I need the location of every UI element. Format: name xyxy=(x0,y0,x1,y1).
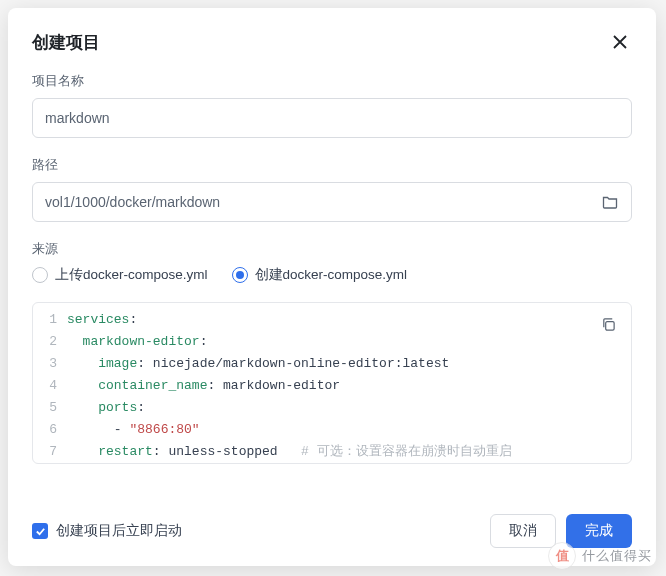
code-line: 6 - "8866:80" xyxy=(33,419,631,441)
footer-actions: 取消 完成 xyxy=(490,514,632,548)
code-line: 3 image: nicejade/markdown-online-editor… xyxy=(33,353,631,375)
radio-create-compose[interactable]: 创建docker-compose.yml xyxy=(232,266,408,284)
copy-button[interactable] xyxy=(595,311,621,337)
source-group: 来源 上传docker-compose.yml 创建docker-compose… xyxy=(32,240,632,284)
code-line: 7 restart: unless-stopped # 可选：设置容器在崩溃时自… xyxy=(33,441,631,463)
path-group: 路径 xyxy=(32,156,632,222)
source-label: 来源 xyxy=(32,240,632,258)
radio-unchecked-icon xyxy=(32,267,48,283)
modal-header: 创建项目 xyxy=(32,30,632,54)
code-line: 1services: xyxy=(33,309,631,331)
cancel-button[interactable]: 取消 xyxy=(490,514,556,548)
copy-icon xyxy=(601,317,616,332)
compose-editor[interactable]: 1services: 2 markdown-editor: 3 image: n… xyxy=(32,302,632,464)
close-icon xyxy=(613,35,627,49)
code-line: 2 markdown-editor: xyxy=(33,331,631,353)
project-name-input[interactable] xyxy=(32,98,632,138)
checkbox-label: 创建项目后立即启动 xyxy=(56,522,182,540)
radio-create-label: 创建docker-compose.yml xyxy=(255,266,408,284)
start-after-create-checkbox[interactable]: 创建项目后立即启动 xyxy=(32,522,182,540)
folder-icon xyxy=(602,194,618,210)
radio-upload-compose[interactable]: 上传docker-compose.yml xyxy=(32,266,208,284)
browse-folder-button[interactable] xyxy=(596,188,624,216)
checkbox-checked-icon xyxy=(32,523,48,539)
project-name-group: 项目名称 xyxy=(32,72,632,138)
path-label: 路径 xyxy=(32,156,632,174)
code-line: 5 ports: xyxy=(33,397,631,419)
radio-checked-icon xyxy=(232,267,248,283)
code-line: 4 container_name: markdown-editor xyxy=(33,375,631,397)
close-button[interactable] xyxy=(608,30,632,54)
modal-footer: 创建项目后立即启动 取消 完成 xyxy=(32,514,632,548)
confirm-button[interactable]: 完成 xyxy=(566,514,632,548)
radio-upload-label: 上传docker-compose.yml xyxy=(55,266,208,284)
svg-rect-0 xyxy=(605,321,613,329)
project-name-label: 项目名称 xyxy=(32,72,632,90)
modal-title: 创建项目 xyxy=(32,31,100,54)
path-input[interactable] xyxy=(32,182,632,222)
create-project-modal: 创建项目 项目名称 路径 来源 上传docker-compose.yml 创建d… xyxy=(8,8,656,566)
path-input-wrap xyxy=(32,182,632,222)
source-radio-group: 上传docker-compose.yml 创建docker-compose.ym… xyxy=(32,266,632,284)
